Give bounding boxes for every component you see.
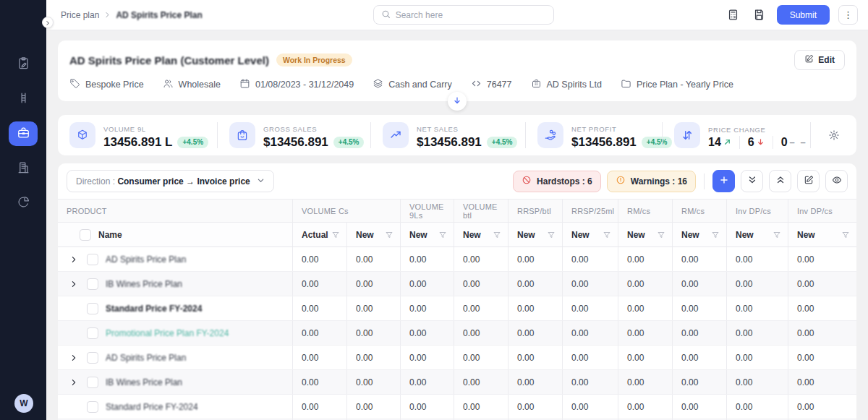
value-cell[interactable]: 0.00: [293, 296, 347, 320]
breadcrumb-parent[interactable]: Price plan: [61, 10, 99, 20]
more-options-button[interactable]: ⋮: [838, 5, 858, 25]
value-cell[interactable]: 0.00: [673, 370, 727, 394]
value-cell[interactable]: 0.00: [618, 321, 673, 345]
sidebar-item-price-plans[interactable]: [9, 121, 38, 146]
row-checkbox[interactable]: [87, 327, 98, 339]
sidebar-collapse-button[interactable]: [42, 17, 54, 28]
save-button[interactable]: [751, 7, 768, 24]
expand-all-button[interactable]: [769, 170, 791, 192]
value-cell[interactable]: 0.00: [293, 395, 347, 419]
value-cell[interactable]: 0.00: [509, 247, 563, 271]
calculator-button[interactable]: [725, 7, 742, 24]
value-cell[interactable]: 0.00: [401, 346, 454, 369]
search-box[interactable]: [373, 5, 554, 25]
value-cell[interactable]: 0.00: [401, 395, 454, 419]
select-all-checkbox[interactable]: [80, 229, 91, 241]
value-cell[interactable]: 0.00: [618, 370, 673, 394]
filter-icon[interactable]: [331, 231, 340, 239]
value-cell[interactable]: 0.00: [727, 395, 788, 419]
edit-table-button[interactable]: [797, 170, 820, 192]
filter-icon[interactable]: [493, 231, 501, 239]
value-cell[interactable]: 0.00: [401, 296, 454, 320]
row-expand-chevron-icon[interactable]: [68, 280, 80, 288]
value-cell[interactable]: 0.00: [673, 247, 727, 271]
search-input[interactable]: [396, 10, 546, 20]
sidebar-item-analytics[interactable]: [9, 191, 38, 215]
value-cell[interactable]: 0.00: [563, 346, 618, 369]
value-cell[interactable]: 0.00: [454, 272, 509, 296]
value-cell[interactable]: 0.00: [454, 346, 509, 369]
sidebar-item-ladder[interactable]: [9, 87, 38, 111]
row-checkbox[interactable]: [87, 352, 98, 364]
value-cell[interactable]: 0.00: [293, 247, 347, 271]
value-cell[interactable]: 0.00: [727, 296, 788, 320]
value-cell[interactable]: 0.00: [618, 395, 673, 419]
filter-icon[interactable]: [438, 231, 447, 239]
value-cell[interactable]: 0.00: [347, 370, 401, 394]
value-cell[interactable]: 0.00: [401, 272, 454, 296]
value-cell[interactable]: 0.00: [563, 247, 618, 271]
value-cell[interactable]: 0.00: [727, 370, 788, 394]
warnings-pill[interactable]: Warnings : 16: [607, 171, 696, 192]
edit-button[interactable]: Edit: [794, 50, 845, 70]
sidebar-item-plans[interactable]: [9, 52, 38, 77]
value-cell[interactable]: 0.00: [509, 272, 563, 296]
filter-icon[interactable]: [841, 231, 850, 239]
row-expand-chevron-icon[interactable]: [68, 354, 80, 361]
value-cell[interactable]: 0.00: [347, 395, 401, 419]
value-cell[interactable]: 0.00: [618, 346, 673, 369]
value-cell[interactable]: 0.00: [673, 272, 727, 296]
sidebar-item-company[interactable]: [9, 156, 38, 181]
value-cell[interactable]: 0.00: [673, 395, 727, 419]
value-cell[interactable]: 0.00: [401, 370, 454, 394]
value-cell[interactable]: 0.00: [727, 247, 788, 271]
value-cell[interactable]: 0.00: [347, 272, 401, 296]
value-cell[interactable]: 0.00: [401, 321, 454, 345]
row-checkbox[interactable]: [87, 401, 98, 413]
value-cell[interactable]: 0.00: [563, 395, 618, 419]
value-cell[interactable]: 0.00: [618, 247, 673, 271]
value-cell[interactable]: 0.00: [347, 321, 401, 345]
header-collapse-button[interactable]: [448, 92, 467, 111]
kpi-settings-button[interactable]: [810, 122, 856, 148]
value-cell[interactable]: 0.00: [727, 272, 788, 296]
value-cell[interactable]: 0.00: [509, 296, 563, 320]
value-cell[interactable]: 0.00: [788, 370, 856, 394]
value-cell[interactable]: 0.00: [563, 370, 618, 394]
value-cell[interactable]: 0.00: [293, 272, 347, 296]
filter-icon[interactable]: [547, 231, 556, 239]
value-cell[interactable]: 0.00: [347, 296, 401, 320]
value-cell[interactable]: 0.00: [727, 321, 788, 345]
value-cell[interactable]: 0.00: [563, 272, 618, 296]
value-cell[interactable]: 0.00: [509, 321, 563, 345]
collapse-all-button[interactable]: [741, 170, 763, 192]
value-cell[interactable]: 0.00: [347, 247, 401, 271]
value-cell[interactable]: 0.00: [509, 370, 563, 394]
row-expand-chevron-icon[interactable]: [68, 256, 80, 263]
visibility-button[interactable]: [825, 170, 848, 192]
value-cell[interactable]: 0.00: [788, 247, 856, 271]
row-name[interactable]: IB Wines Price Plan: [106, 377, 182, 387]
value-cell[interactable]: 0.00: [618, 296, 673, 320]
filter-icon[interactable]: [657, 231, 665, 239]
value-cell[interactable]: 0.00: [454, 370, 509, 394]
direction-select[interactable]: Direction : Consumer price → Invoice pri…: [67, 170, 274, 192]
value-cell[interactable]: 0.00: [788, 346, 856, 369]
value-cell[interactable]: 0.00: [563, 321, 618, 345]
value-cell[interactable]: 0.00: [454, 395, 509, 419]
row-name[interactable]: IB Wines Price Plan: [106, 279, 182, 289]
filter-icon[interactable]: [603, 231, 611, 239]
value-cell[interactable]: 0.00: [509, 346, 563, 369]
value-cell[interactable]: 0.00: [509, 395, 563, 419]
add-button[interactable]: [712, 170, 735, 192]
row-name[interactable]: Standard Price FY-2024: [106, 304, 202, 314]
value-cell[interactable]: 0.00: [293, 321, 347, 345]
value-cell[interactable]: 0.00: [788, 296, 856, 320]
value-cell[interactable]: 0.00: [401, 247, 454, 271]
value-cell[interactable]: 0.00: [293, 370, 347, 394]
row-checkbox[interactable]: [87, 254, 98, 265]
value-cell[interactable]: 0.00: [673, 296, 727, 320]
submit-button[interactable]: Submit: [777, 5, 830, 25]
value-cell[interactable]: 0.00: [454, 247, 509, 271]
filter-icon[interactable]: [711, 231, 720, 239]
